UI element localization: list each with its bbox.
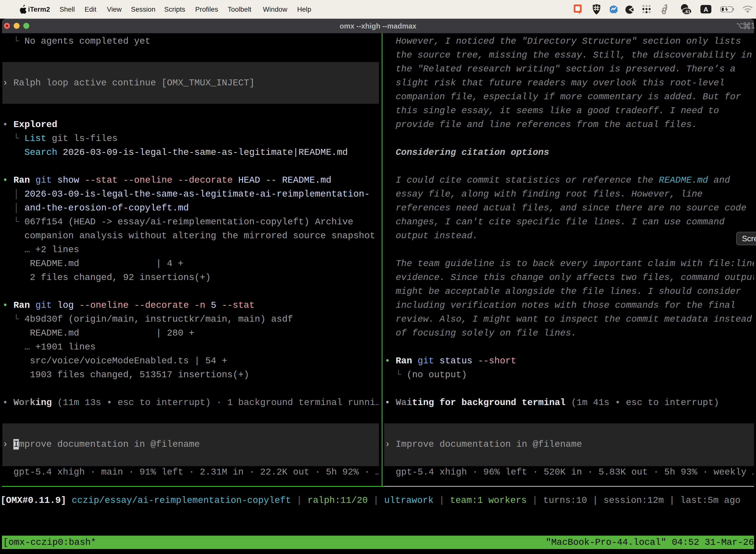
svg-text:1: 1 — [751, 21, 755, 30]
svg-text:..61: ..61 — [683, 9, 690, 14]
svg-text:A: A — [704, 6, 708, 13]
